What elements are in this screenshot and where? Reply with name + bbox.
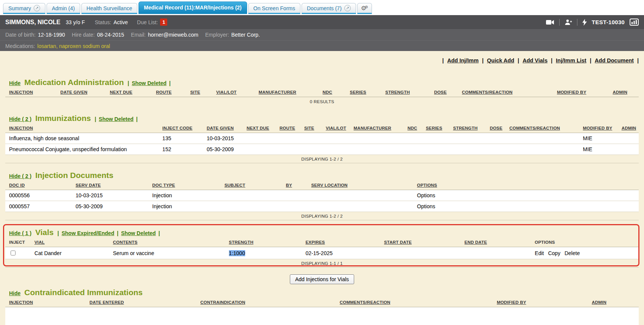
vials-header: Hide ( 1 ) Vials | Show Expired/Ended | … <box>5 228 639 237</box>
col-date-given[interactable]: DATE GIVEN <box>203 124 243 133</box>
tab-admin[interactable]: Admin (4) <box>47 3 80 14</box>
tab-summary[interactable]: Summary ↗ <box>3 3 45 14</box>
add-person-icon[interactable] <box>565 19 572 25</box>
cell-inject-code: 152 <box>159 144 203 155</box>
col-injection[interactable]: INJECTION <box>5 124 159 133</box>
tab-medical-record-label: Medical Record (11):MAR/Injections (2) <box>144 5 241 11</box>
tab-medical-record[interactable]: Medical Record (11):MAR/Injections (2) <box>138 2 247 14</box>
col-serv-location[interactable]: SERV LOCATION <box>307 181 413 190</box>
edit-link[interactable]: Edit <box>535 250 544 256</box>
video-camera-icon[interactable] <box>546 20 554 25</box>
col-contraindication[interactable]: CONTRAINDICATION <box>197 299 336 307</box>
inj-imm-list-link[interactable]: Inj/Imm List <box>556 57 586 63</box>
medication-administration-title: Medication Administration <box>24 78 124 87</box>
show-expired-ended-link[interactable]: Show Expired/Ended <box>62 230 114 236</box>
lightning-bolt-icon[interactable] <box>582 19 587 26</box>
col-doc-id[interactable]: DOC ID <box>5 181 72 190</box>
col-injection[interactable]: INJECTION <box>5 88 57 97</box>
popout-icon[interactable]: ↗ <box>34 5 40 11</box>
col-vial[interactable]: VIAL <box>31 238 109 247</box>
bar-chart-icon[interactable] <box>630 19 639 26</box>
options-menu-link[interactable]: Options <box>417 192 435 198</box>
col-site[interactable]: SITE <box>187 88 213 97</box>
vial-select-checkbox[interactable] <box>11 251 16 255</box>
due-list-badge[interactable]: 1 <box>160 19 167 26</box>
col-admin[interactable]: ADMIN <box>609 88 639 97</box>
col-injection[interactable]: INJECTION <box>5 299 86 307</box>
show-deleted-link[interactable]: Show Deleted <box>121 230 156 236</box>
col-start-date[interactable]: START DATE <box>380 238 461 247</box>
cell-date-given: 10-03-2015 <box>203 133 243 144</box>
col-contents[interactable]: CONTENTS <box>109 238 225 247</box>
col-series[interactable]: SERIES <box>346 88 382 97</box>
col-route[interactable]: ROUTE <box>276 124 300 133</box>
col-admin[interactable]: ADMIN <box>618 124 639 133</box>
col-route[interactable]: ROUTE <box>152 88 186 97</box>
tab-on-screen-forms[interactable]: On Screen Forms <box>248 3 300 14</box>
col-modified-by[interactable]: MODIFIED BY <box>493 299 588 307</box>
add-inj-imm-link[interactable]: Add Inj/Imm <box>447 57 479 63</box>
cell-injection: Pneumococcal Conjugate, unspecified form… <box>5 144 159 155</box>
show-deleted-link[interactable]: Show Deleted <box>132 80 166 86</box>
hide-vials-link[interactable]: Hide ( 1 ) <box>9 230 31 236</box>
popout-icon[interactable]: ↗ <box>344 5 351 11</box>
col-expires[interactable]: EXPIRES <box>302 238 380 247</box>
col-manufacturer[interactable]: MANUFACTURER <box>350 124 404 133</box>
hire-date-field: Hire date: 08-24-2015 <box>72 32 124 38</box>
col-by[interactable]: BY <box>282 181 308 190</box>
col-site[interactable]: SITE <box>300 124 322 133</box>
add-vials-link[interactable]: Add Vials <box>523 57 548 63</box>
hide-injection-documents-link[interactable]: Hide ( 2 ) <box>9 173 31 179</box>
col-modified-by[interactable]: MODIFIED BY <box>579 124 618 133</box>
col-subject[interactable]: SUBJECT <box>221 181 282 190</box>
col-ndc[interactable]: NDC <box>404 124 422 133</box>
hide-contraindicated-link[interactable]: Hide <box>9 290 20 296</box>
contraindicated-immunizations-header: Hide Contraindicated Immunizations <box>5 288 639 297</box>
options-menu-link[interactable]: Options <box>417 203 435 209</box>
hide-medication-administration-link[interactable]: Hide <box>9 80 20 86</box>
col-end-date[interactable]: END DATE <box>461 238 531 247</box>
col-comments-reaction[interactable]: COMMENTS/REACTION <box>506 124 579 133</box>
cell-empty <box>350 133 404 144</box>
col-next-due[interactable]: NEXT DUE <box>243 124 276 133</box>
col-doc-type[interactable]: DOC TYPE <box>148 181 221 190</box>
col-admin[interactable]: ADMIN <box>588 299 639 307</box>
patient-header-bar: SIMMONS, NICOLE 33 y/o F Status: Active … <box>0 15 644 29</box>
col-serv-date[interactable]: SERV DATE <box>72 181 149 190</box>
col-next-due[interactable]: NEXT DUE <box>106 88 152 97</box>
col-manufacturer[interactable]: MANUFACTURER <box>255 88 319 97</box>
delete-link[interactable]: Delete <box>565 250 580 256</box>
col-date-entered[interactable]: DATE ENTERED <box>86 299 197 307</box>
add-injections-for-vials-button[interactable]: Add Injections for Vials <box>290 274 354 284</box>
settings-gear-button[interactable]: ⚙⚙ <box>357 3 372 14</box>
col-ndc[interactable]: NDC <box>319 88 346 97</box>
col-modified-by[interactable]: MODIFIED BY <box>553 88 609 97</box>
cell-empty <box>449 133 486 144</box>
quick-add-link[interactable]: Quick Add <box>487 57 514 63</box>
tab-documents[interactable]: Documents (7) ↗ <box>302 3 356 14</box>
tab-health-surveillance[interactable]: Health Surveillance <box>81 3 138 14</box>
contraindicated-immunizations-title: Contraindicated Immunizations <box>24 288 143 297</box>
col-strength[interactable]: STRENGTH <box>449 124 486 133</box>
tab-bar: Summary ↗ Admin (4) Health Surveillance … <box>0 0 644 15</box>
col-date-given[interactable]: DATE GIVEN <box>57 88 106 97</box>
medications-links[interactable]: losartan, naproxen sodium oral <box>37 43 110 49</box>
col-inject-code[interactable]: INJECT CODE <box>159 124 203 133</box>
col-dose[interactable]: DOSE <box>430 88 458 97</box>
status-label: Status: <box>95 19 111 25</box>
cell-expires: 02-15-2025 <box>302 247 380 259</box>
copy-link[interactable]: Copy <box>548 250 560 256</box>
col-strength[interactable]: STRENGTH <box>225 238 302 247</box>
cell-empty <box>506 133 579 144</box>
col-comments-reaction[interactable]: COMMENTS/REACTION <box>336 299 493 307</box>
col-strength[interactable]: STRENGTH <box>381 88 430 97</box>
col-options[interactable]: OPTIONS <box>413 181 639 190</box>
col-comments-reaction[interactable]: COMMENTS/REACTION <box>458 88 553 97</box>
hide-immunizations-link[interactable]: Hide ( 2 ) <box>9 116 31 122</box>
col-series[interactable]: SERIES <box>422 124 449 133</box>
col-dose[interactable]: DOSE <box>486 124 506 133</box>
col-vial-lot[interactable]: VIAL/LOT <box>212 88 255 97</box>
show-deleted-link[interactable]: Show Deleted <box>99 116 134 122</box>
col-vial-lot[interactable]: VIAL/LOT <box>322 124 350 133</box>
add-document-link[interactable]: Add Document <box>595 57 634 63</box>
